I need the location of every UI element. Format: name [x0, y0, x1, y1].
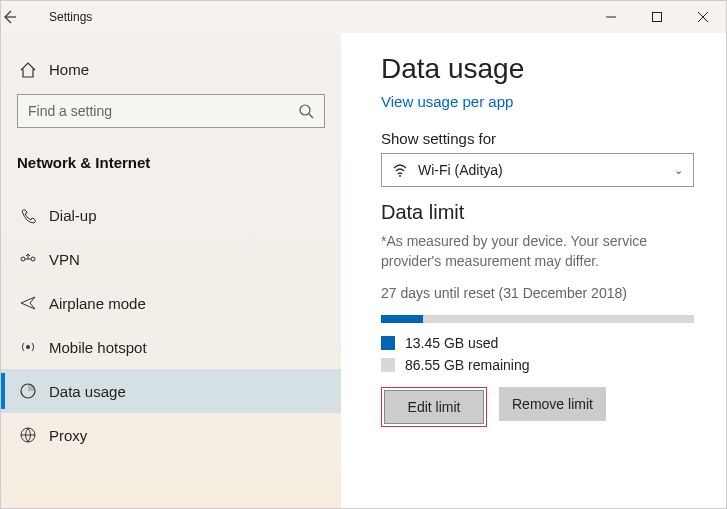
sidebar-item-label: Proxy — [49, 427, 87, 444]
maximize-button[interactable] — [634, 1, 680, 33]
svg-point-1 — [300, 105, 310, 115]
button-row: Edit limit Remove limit — [381, 387, 694, 427]
usage-bar — [381, 315, 694, 323]
remaining-swatch — [381, 358, 395, 372]
view-usage-link[interactable]: View usage per app — [381, 93, 513, 110]
home-nav[interactable]: Home — [1, 53, 341, 90]
page-title: Data usage — [381, 53, 694, 85]
network-dropdown[interactable]: Wi-Fi (Aditya) ⌄ — [381, 153, 694, 187]
wifi-icon — [392, 162, 410, 178]
home-icon — [19, 61, 37, 79]
show-settings-label: Show settings for — [381, 130, 694, 147]
sidebar-item-label: Airplane mode — [49, 295, 146, 312]
sidebar: Home Find a setting Network & Internet D… — [1, 33, 341, 508]
svg-point-4 — [26, 345, 30, 349]
used-swatch — [381, 336, 395, 350]
home-label: Home — [49, 61, 89, 78]
settings-window: Settings Home Find a setting Network & I… — [0, 0, 727, 509]
proxy-icon — [19, 426, 37, 444]
close-button[interactable] — [680, 1, 726, 33]
svg-point-2 — [21, 257, 25, 261]
sidebar-item-vpn[interactable]: VPN — [1, 237, 341, 281]
datausage-icon — [19, 382, 37, 400]
dialup-icon — [19, 206, 37, 224]
sidebar-item-label: Data usage — [49, 383, 126, 400]
back-button[interactable] — [1, 9, 49, 25]
svg-point-7 — [399, 175, 401, 177]
edit-limit-button[interactable]: Edit limit — [384, 390, 484, 424]
vpn-icon — [19, 250, 37, 268]
used-legend: 13.45 GB used — [381, 335, 694, 351]
sidebar-item-proxy[interactable]: Proxy — [1, 413, 341, 457]
search-input[interactable]: Find a setting — [17, 94, 325, 128]
reset-info: 27 days until reset (31 December 2018) — [381, 285, 694, 301]
remove-limit-button[interactable]: Remove limit — [499, 387, 606, 421]
airplane-icon — [19, 294, 37, 312]
usage-bar-fill — [381, 315, 423, 323]
titlebar: Settings — [1, 1, 726, 33]
sidebar-item-label: VPN — [49, 251, 80, 268]
search-placeholder: Find a setting — [28, 103, 298, 119]
sidebar-item-label: Dial-up — [49, 207, 97, 224]
remaining-text: 86.55 GB remaining — [405, 357, 530, 373]
search-icon — [298, 103, 314, 119]
main-content: Data usage View usage per app Show setti… — [341, 33, 726, 508]
sidebar-item-label: Mobile hotspot — [49, 339, 147, 356]
window-title: Settings — [49, 10, 92, 24]
used-text: 13.45 GB used — [405, 335, 498, 351]
svg-point-3 — [31, 257, 35, 261]
nav-list: Dial-up VPN Airplane mode Mobile hotspot… — [1, 185, 341, 457]
remaining-legend: 86.55 GB remaining — [381, 357, 694, 373]
sidebar-item-dialup[interactable]: Dial-up — [1, 193, 341, 237]
svg-rect-0 — [653, 13, 662, 22]
hotspot-icon — [19, 338, 37, 356]
measurement-note: *As measured by your device. Your servic… — [381, 232, 694, 271]
sidebar-item-hotspot[interactable]: Mobile hotspot — [1, 325, 341, 369]
data-limit-heading: Data limit — [381, 201, 694, 224]
chevron-down-icon: ⌄ — [674, 164, 683, 177]
edit-highlight: Edit limit — [381, 387, 487, 427]
section-title: Network & Internet — [1, 136, 341, 185]
minimize-button[interactable] — [588, 1, 634, 33]
sidebar-item-airplane[interactable]: Airplane mode — [1, 281, 341, 325]
dropdown-value: Wi-Fi (Aditya) — [410, 162, 674, 178]
sidebar-item-datausage[interactable]: Data usage — [1, 369, 341, 413]
